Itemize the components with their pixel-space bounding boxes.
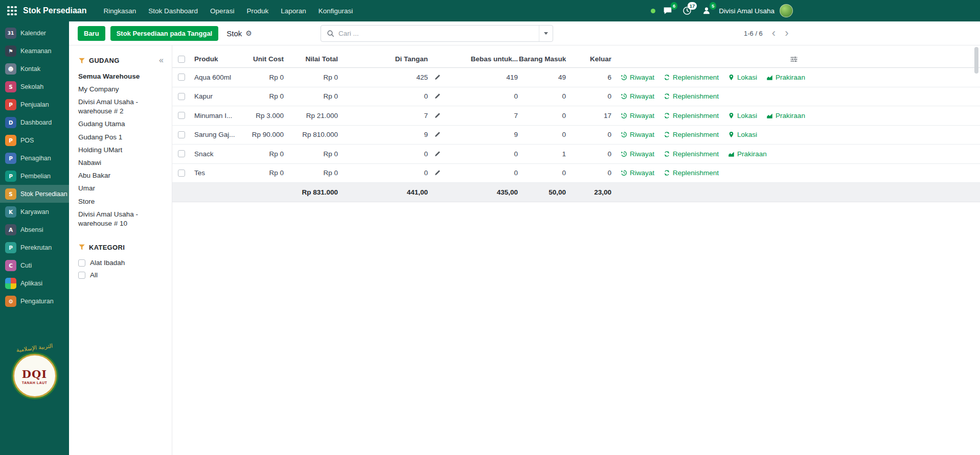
replenishment-button[interactable]: Replenishment [664,92,719,100]
cell-barang-masuk: 0 [519,92,567,100]
sidebar-item-stok-persediaan[interactable]: SStok Persediaan [0,185,69,203]
search-dropdown-toggle[interactable] [539,26,553,41]
riwayat-button[interactable]: Riwayat [621,150,654,158]
top-menu-produk[interactable]: Produk [241,4,274,18]
edit-quantity-icon[interactable] [434,151,441,157]
col-bebas-untuk[interactable]: Bebas untuk... [446,55,519,63]
apps-menu-icon[interactable] [7,6,17,16]
company-switcher[interactable]: Divisi Amal Usaha [719,7,774,15]
top-menu-konfigurasi[interactable]: Konfigurasi [313,4,359,18]
prakiraan-button[interactable]: Prakiraan [728,150,767,158]
row-checkbox[interactable] [178,131,185,138]
row-checkbox[interactable] [178,170,185,177]
sidebar-item-absensi[interactable]: AAbsensi [0,221,69,238]
cell-produk[interactable]: Snack [190,150,246,158]
replenishment-button[interactable]: Replenishment [664,131,719,138]
sidebar-item-kalender[interactable]: 31Kalender [0,24,69,42]
sidebar-item-pos[interactable]: PPOS [0,131,69,149]
pager-next-button[interactable]: › [782,28,791,39]
replenishment-button[interactable]: Replenishment [664,112,719,119]
sidebar-item-pembelian[interactable]: PPembelian [0,167,69,185]
lokasi-button[interactable]: Lokasi [728,74,757,81]
replenishment-button[interactable]: Replenishment [664,150,719,158]
lokasi-button[interactable]: Lokasi [728,131,757,138]
edit-quantity-icon[interactable] [434,74,441,81]
sidebar-item-karyawan[interactable]: KKaryawan [0,203,69,221]
cell-bebas-untuk: 7 [446,112,519,119]
user-avatar[interactable] [780,4,793,17]
warehouse-filter-semua-warehouse[interactable]: Semua Warehouse [78,70,165,83]
col-nilai-total[interactable]: Nilai Total [285,55,339,63]
top-menu-laporan[interactable]: Laporan [275,4,312,18]
warehouse-filter-divisi-amal-usaha-warehouse-2[interactable]: Divisi Amal Usaha - warehouse # 2 [78,95,165,117]
warehouse-filter-gudang-utama[interactable]: Gudang Utama [78,118,165,131]
row-checkbox[interactable] [178,74,185,81]
row-checkbox[interactable] [178,150,185,157]
riwayat-button[interactable]: Riwayat [621,74,654,81]
cell-produk[interactable]: Sarung Gaj... [190,131,246,138]
warehouse-filter-holding-umart[interactable]: Holding UMart [78,143,165,156]
col-keluar[interactable]: Keluar [567,55,612,63]
aplikasi-icon [5,278,16,289]
cell-produk[interactable]: Aqua 600ml [190,74,246,81]
sidebar-item-aplikasi[interactable]: Aplikasi [0,274,69,292]
col-produk[interactable]: Produk [190,55,246,63]
sidebar-item-pengaturan[interactable]: ⚙Pengaturan [0,292,69,310]
edit-quantity-icon[interactable] [434,112,441,119]
col-di-tangan[interactable]: Di Tangan [339,55,429,63]
row-checkbox[interactable] [178,112,185,119]
warehouse-filter-divisi-amal-usaha-warehouse-10[interactable]: Divisi Amal Usaha - warehouse # 10 [78,208,165,230]
sidebar-item-sekolah[interactable]: SSekolah [0,78,69,95]
riwayat-button[interactable]: Riwayat [621,169,654,177]
lokasi-button[interactable]: Lokasi [728,112,757,119]
optional-columns-icon[interactable] [790,55,798,65]
prakiraan-button[interactable]: Prakiraan [766,74,805,81]
col-barang-masuk[interactable]: Barang Masuk [519,55,567,63]
warehouse-filter-umar[interactable]: Umar [78,182,165,195]
category-filter-alat-ibadah[interactable]: Alat Ibadah [78,257,165,269]
activities-button[interactable]: 17 [680,4,694,18]
warehouse-filter-my-company[interactable]: My Company [78,83,165,95]
warehouse-filter-abu-bakar[interactable]: Abu Bakar [78,170,165,182]
sidebar-item-penjualan[interactable]: PPenjualan [0,95,69,113]
top-menu-ringkasan[interactable]: Ringkasan [98,4,142,18]
riwayat-button[interactable]: Riwayat [621,92,654,100]
warehouse-filter-nabawi[interactable]: Nabawi [78,157,165,170]
collapse-panel-icon[interactable]: « [159,56,164,65]
riwayat-button[interactable]: Riwayat [621,112,654,119]
edit-quantity-icon[interactable] [434,170,441,176]
warehouse-filter-store[interactable]: Store [78,195,165,208]
cell-produk[interactable]: Tes [190,169,246,177]
scrollbar-thumb[interactable] [974,47,978,74]
warehouse-filter-gudang-pos-1[interactable]: Gudang Pos 1 [78,131,165,143]
sidebar-item-dashboard[interactable]: DDashboard [0,113,69,131]
replenishment-button[interactable]: Replenishment [664,74,719,81]
edit-quantity-icon[interactable] [434,93,441,100]
sidebar-item-perekrutan[interactable]: PPerekrutan [0,238,69,256]
prakiraan-button[interactable]: Prakiraan [766,112,805,119]
top-menu-operasi[interactable]: Operasi [204,4,240,18]
stock-at-date-button[interactable]: Stok Persediaan pada Tanggal [110,26,219,41]
requests-button[interactable]: 5 [699,4,714,18]
col-unit-cost[interactable]: Unit Cost [246,55,285,63]
actions-gear-icon[interactable]: ⚙ [245,29,252,37]
search-input[interactable] [338,30,539,37]
row-checkbox[interactable] [178,93,185,100]
cell-produk[interactable]: Kapur [190,92,246,100]
category-checkbox[interactable] [78,259,85,267]
new-button[interactable]: Baru [78,26,105,41]
edit-quantity-icon[interactable] [434,131,441,138]
category-checkbox[interactable] [78,272,85,279]
sidebar-item-keamanan[interactable]: ⚑Keamanan [0,42,69,60]
replenishment-button[interactable]: Replenishment [664,169,719,177]
messages-button[interactable]: 6 [660,4,675,18]
sidebar-item-penagihan[interactable]: PPenagihan [0,149,69,167]
pager-previous-button[interactable]: ‹ [769,28,779,39]
sidebar-item-cuti[interactable]: CCuti [0,256,69,274]
cell-produk[interactable]: Minuman I... [190,112,246,119]
sidebar-item-kontak[interactable]: ☻Kontak [0,60,69,78]
category-filter-all[interactable]: All [78,269,165,281]
riwayat-button[interactable]: Riwayat [621,131,654,138]
select-all-checkbox[interactable] [178,56,185,63]
top-menu-stok-dashboard[interactable]: Stok Dashboard [143,4,203,18]
